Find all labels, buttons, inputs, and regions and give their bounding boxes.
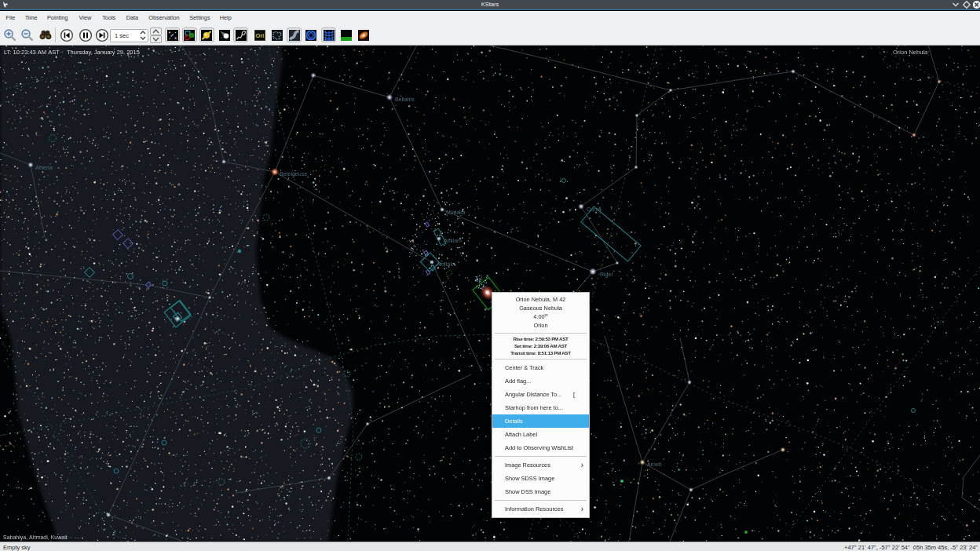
svg-text:Ori: Ori bbox=[255, 32, 264, 39]
